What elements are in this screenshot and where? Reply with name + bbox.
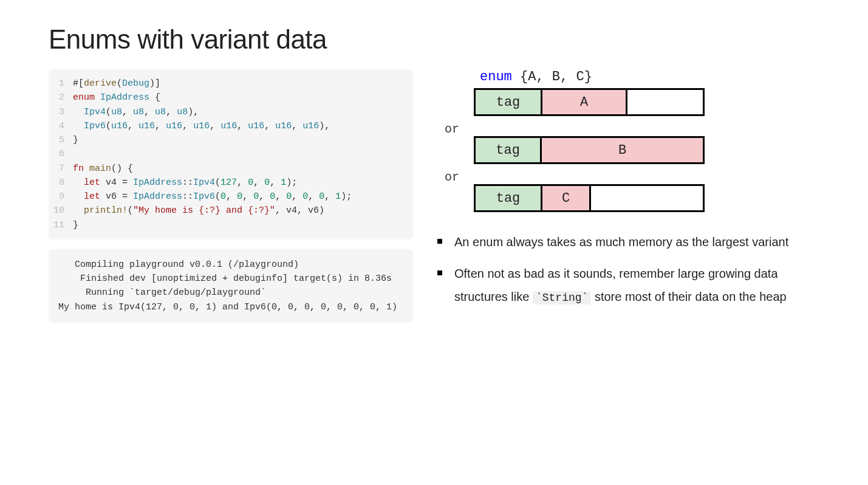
line-number: 3 [49, 105, 73, 119]
code-line: 8 let v4 = IpAddress::Ipv4(127, 0, 0, 1)… [49, 176, 413, 190]
line-number: 4 [49, 119, 73, 133]
code-line: 7fn main() { [49, 162, 413, 176]
diagram-empty-cell [591, 186, 703, 210]
diagram-data-cell: C [542, 186, 591, 210]
code-line: 9 let v6 = IpAddress::Ipv6(0, 0, 0, 0, 0… [49, 190, 413, 204]
inline-code: `String` [533, 291, 591, 304]
code-content: enum IpAddress { [73, 91, 160, 105]
code-line: 10 println!("My home is {:?} and {:?}", … [49, 204, 413, 218]
diagram-title: enum {A, B, C} [480, 69, 819, 84]
output-block: Compiling playground v0.0.1 (/playground… [49, 249, 413, 323]
enum-diagram: enum {A, B, C} tagAortagBortagC [474, 69, 819, 212]
code-line: 6 [49, 147, 413, 161]
bullet-item: An enum always takes as much memory as t… [437, 230, 819, 253]
diagram-bar: tagC [474, 184, 705, 212]
diagram-row: tagC [474, 184, 819, 212]
bullet-list: An enum always takes as much memory as t… [437, 230, 819, 308]
code-content: #[derive(Debug)] [73, 77, 160, 91]
right-column: enum {A, B, C} tagAortagBortagC An enum … [437, 69, 819, 323]
diagram-data-cell: B [542, 138, 703, 162]
code-line: 5} [49, 133, 413, 147]
code-line: 2enum IpAddress { [49, 91, 413, 105]
code-content: println!("My home is {:?} and {:?}", v4,… [73, 204, 324, 218]
slide: Enums with variant data 1#[derive(Debug)… [0, 0, 868, 485]
bullet-item: Often not as bad as it sounds, remember … [437, 262, 819, 308]
left-column: 1#[derive(Debug)]2enum IpAddress {3 Ipv4… [49, 69, 413, 323]
diagram-or-label: or [445, 170, 469, 184]
line-number: 10 [49, 204, 73, 218]
diagram-tag-cell: tag [476, 90, 542, 114]
line-number: 8 [49, 176, 73, 190]
diagram-row: tagA [474, 88, 819, 116]
diagram-title-rest: {A, B, C} [512, 69, 592, 84]
code-content: fn main() { [73, 162, 133, 176]
code-content: Ipv6(u16, u16, u16, u16, u16, u16, u16, … [73, 119, 330, 133]
code-content: let v4 = IpAddress::Ipv4(127, 0, 0, 1); [73, 176, 297, 190]
line-number: 6 [49, 147, 73, 161]
line-number: 7 [49, 162, 73, 176]
diagram-bar: tagA [474, 88, 705, 116]
line-number: 1 [49, 77, 73, 91]
diagram-rows: tagAortagBortagC [474, 88, 819, 212]
line-number: 2 [49, 91, 73, 105]
code-line: 1#[derive(Debug)] [49, 77, 413, 91]
code-line: 3 Ipv4(u8, u8, u8, u8), [49, 105, 413, 119]
code-block: 1#[derive(Debug)]2enum IpAddress {3 Ipv4… [49, 69, 413, 239]
diagram-or-label: or [445, 122, 469, 136]
line-number: 9 [49, 190, 73, 204]
line-number: 5 [49, 133, 73, 147]
diagram-tag-cell: tag [476, 138, 542, 162]
slide-title: Enums with variant data [49, 24, 819, 55]
diagram-bar: tagB [474, 136, 705, 164]
columns: 1#[derive(Debug)]2enum IpAddress {3 Ipv4… [49, 69, 819, 323]
code-content: Ipv4(u8, u8, u8, u8), [73, 105, 199, 119]
diagram-row: tagB [474, 136, 819, 164]
diagram-tag-cell: tag [476, 186, 542, 210]
code-content: let v6 = IpAddress::Ipv6(0, 0, 0, 0, 0, … [73, 190, 352, 204]
code-line: 11} [49, 218, 413, 232]
code-content: } [73, 133, 78, 147]
diagram-data-cell: A [542, 90, 627, 114]
line-number: 11 [49, 218, 73, 232]
code-line: 4 Ipv6(u16, u16, u16, u16, u16, u16, u16… [49, 119, 413, 133]
diagram-empty-cell [627, 90, 703, 114]
diagram-title-keyword: enum [480, 69, 512, 84]
code-content: } [73, 218, 78, 232]
